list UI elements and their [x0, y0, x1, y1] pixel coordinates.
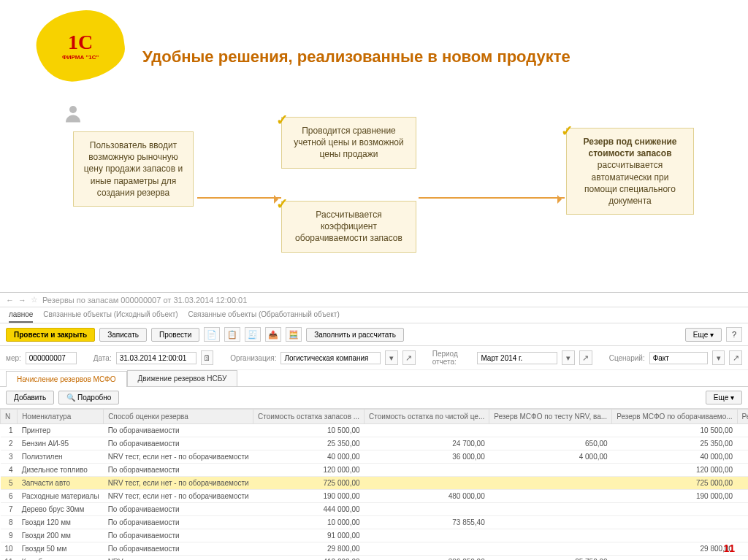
save-button[interactable]: Записать: [99, 328, 147, 342]
date-field[interactable]: [116, 352, 196, 364]
export-icon[interactable]: 📤: [265, 327, 281, 342]
scenario-label: Сценарий:: [609, 354, 645, 362]
scenario-field[interactable]: [649, 352, 708, 364]
page-number: 11: [723, 542, 735, 554]
open-icon[interactable]: ↗: [402, 350, 416, 365]
logo-subtitle: ФИРМА "1С": [62, 54, 99, 61]
diagram-box-user-input: Пользователь вводит возможную рыночную ц…: [73, 131, 194, 207]
table-row[interactable]: 4Дизельное топливоПо оборачиваемости120 …: [1, 464, 749, 477]
dropdown-icon[interactable]: ▾: [712, 350, 725, 365]
table-row[interactable]: 5Запчасти автоNRV тест, если нет - по об…: [1, 477, 749, 490]
table-row[interactable]: 10Гвозди 50 ммПо оборачиваемости29 800,0…: [1, 542, 749, 556]
print-icon[interactable]: 🧾: [245, 327, 261, 342]
col-cost[interactable]: Стоимость остатка запасов ...: [253, 410, 365, 424]
logo-brand: 1C: [62, 31, 99, 54]
diagram-box-reserve: ✓Резерв под снижение стоимости запасов р…: [566, 128, 694, 215]
table-row[interactable]: 6Расходные материалыNRV тест, если нет -…: [1, 490, 749, 503]
table-row[interactable]: 1ПринтерПо оборачиваемости10 500,0010 50…: [1, 424, 749, 437]
page-title: Удобные решения, реализованные в новом п…: [142, 47, 570, 66]
table-row[interactable]: 7Дерево брус 30ммПо оборачиваемости444 0…: [1, 503, 749, 516]
more-button[interactable]: Еще ▾: [685, 328, 722, 342]
user-icon: [62, 102, 84, 124]
toolbar: Провести и закрыть Записать Провести 📄 📋…: [0, 323, 748, 346]
back-icon[interactable]: ←: [6, 296, 14, 304]
diagram: Пользователь вводит возможную рыночную ц…: [55, 106, 698, 281]
org-field[interactable]: [280, 352, 381, 364]
object-tabs: лавное Связанные объекты (Исходный объек…: [0, 307, 748, 323]
movements-icon[interactable]: 📋: [224, 327, 240, 342]
col-nrv[interactable]: Резерв МСФО по тесту NRV, ва...: [489, 410, 612, 424]
window-title: Резервы по запасам 000000007 от 31.03.20…: [42, 296, 247, 304]
period-field[interactable]: [477, 352, 557, 364]
org-label: Организация:: [230, 354, 276, 362]
link-icon[interactable]: 🧮: [286, 327, 302, 342]
app-window: ← → ☆ Резервы по запасам 000000007 от 31…: [0, 292, 748, 560]
table-row[interactable]: 2Бензин АИ-95По оборачиваемости25 350,00…: [1, 437, 749, 450]
check-icon: ✓: [561, 121, 573, 141]
tab-msfo-accrual[interactable]: Начисление резервов МСФО: [6, 371, 127, 387]
star-icon[interactable]: ☆: [31, 295, 38, 304]
dropdown-icon[interactable]: ▾: [562, 350, 575, 365]
tab-main[interactable]: лавное: [9, 310, 33, 323]
col-turnover[interactable]: Резерв МСФО по оборачиваемо...: [612, 410, 737, 424]
col-n[interactable]: N: [1, 410, 18, 424]
grid-more-button[interactable]: Еще ▾: [706, 391, 742, 404]
col-netcost[interactable]: Стоимость остатка по чистой це...: [365, 410, 489, 424]
table-row[interactable]: 11КоробкиNRV тест412 000,00386 250,0025 …: [1, 556, 749, 561]
fill-calculate-button[interactable]: Заполнить и рассчитать: [306, 328, 404, 342]
tab-nsbu-movement[interactable]: Движение резервов НСБУ: [127, 370, 238, 386]
open-icon[interactable]: ↗: [579, 350, 592, 365]
col-nomenclature[interactable]: Номенклатура: [18, 410, 104, 424]
tab-linked-processed[interactable]: Связанные объекты (Обработанный объект): [188, 310, 340, 323]
grid-toolbar: Добавить 🔍 Подробно Еще ▾: [0, 387, 748, 409]
table-row[interactable]: 8Гвозди 120 ммПо оборачиваемости10 000,0…: [1, 516, 749, 529]
arrow: [419, 197, 565, 199]
form-row: мер: Дата: 🗓 Организация: ▾ ↗ Период отч…: [0, 346, 748, 370]
open-icon[interactable]: ↗: [729, 350, 742, 365]
table-row[interactable]: 9Гвозди 200 ммПо оборачиваемости91 000,0…: [1, 529, 749, 542]
check-icon: ✓: [276, 110, 289, 130]
window-header: ← → ☆ Резервы по запасам 000000007 от 31…: [0, 293, 748, 307]
arrow: [197, 197, 281, 199]
svg-point-0: [69, 106, 77, 113]
dropdown-icon[interactable]: ▾: [385, 350, 398, 365]
report-icon[interactable]: 📄: [204, 327, 220, 342]
help-icon[interactable]: ?: [726, 327, 742, 342]
col-total[interactable]: Резерв МСФО итого...: [737, 410, 748, 424]
number-label: мер:: [6, 354, 21, 362]
number-field[interactable]: [26, 352, 77, 364]
tab-linked-source[interactable]: Связанные объекты (Исходный объект): [43, 310, 178, 323]
col-method[interactable]: Способ оценки резерва: [104, 410, 253, 424]
table-row[interactable]: 3ПолиэтиленNRV тест, если нет - по обора…: [1, 450, 749, 464]
post-close-button[interactable]: Провести и закрыть: [6, 328, 95, 342]
detail-button[interactable]: 🔍 Подробно: [58, 391, 119, 404]
diagram-box-compare: ✓Проводится сравнение учетной цены и воз…: [281, 117, 416, 169]
add-row-button[interactable]: Добавить: [6, 391, 54, 404]
logo: 1C ФИРМА "1С": [32, 5, 129, 86]
post-button[interactable]: Провести: [151, 328, 199, 342]
period-label: Период отчета:: [432, 350, 473, 366]
calendar-icon[interactable]: 🗓: [201, 350, 214, 365]
subtabs: Начисление резервов МСФО Движение резерв…: [0, 370, 748, 387]
reserve-grid[interactable]: N Номенклатура Способ оценки резерва Сто…: [0, 409, 748, 560]
date-label: Дата:: [94, 354, 112, 362]
forward-icon[interactable]: →: [18, 296, 26, 304]
diagram-box-turnover: ✓Рассчитывается коэффициент оборачиваемо…: [281, 201, 416, 253]
